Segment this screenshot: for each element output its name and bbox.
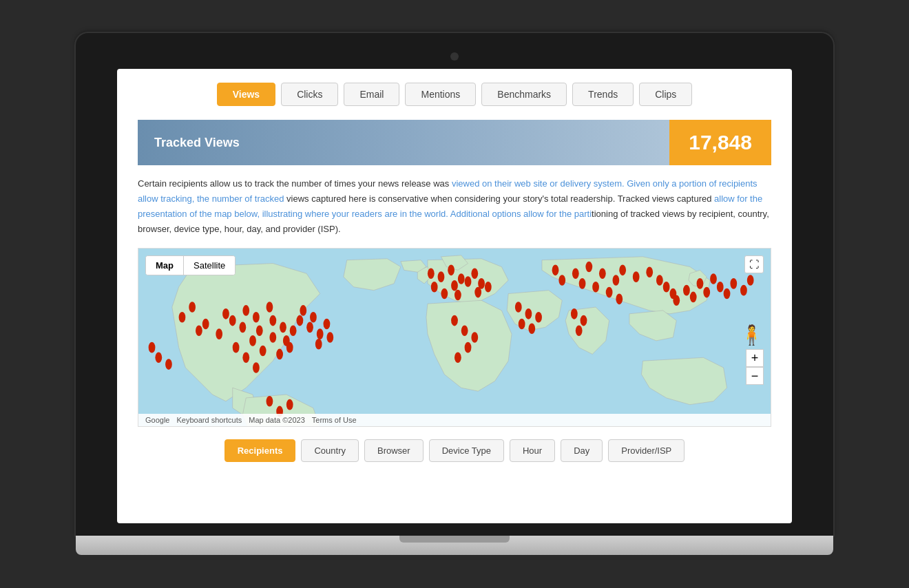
svg-point-91 bbox=[149, 342, 156, 353]
map-toggle-map[interactable]: Map bbox=[146, 256, 183, 275]
svg-point-29 bbox=[317, 329, 324, 340]
svg-point-79 bbox=[747, 275, 754, 286]
svg-point-85 bbox=[616, 294, 623, 305]
filter-hour[interactable]: Hour bbox=[510, 439, 555, 462]
tracked-count: 17,848 bbox=[689, 131, 752, 154]
tracked-count-box: 17,848 bbox=[669, 120, 771, 165]
svg-point-60 bbox=[585, 262, 592, 273]
zoom-out-button[interactable]: − bbox=[746, 367, 764, 385]
tab-benchmarks[interactable]: Benchmarks bbox=[481, 83, 567, 106]
svg-point-71 bbox=[690, 292, 697, 303]
svg-point-67 bbox=[663, 282, 670, 293]
svg-point-8 bbox=[269, 315, 276, 326]
svg-point-75 bbox=[717, 282, 724, 293]
svg-point-66 bbox=[656, 275, 663, 286]
tab-bar: Views Clicks Email Mentions Benchmarks T… bbox=[138, 83, 771, 106]
svg-point-62 bbox=[613, 275, 620, 286]
tab-mentions[interactable]: Mentions bbox=[405, 83, 476, 106]
screen-content: Views Clicks Email Mentions Benchmarks T… bbox=[117, 69, 792, 481]
svg-point-12 bbox=[280, 322, 286, 333]
svg-point-3 bbox=[242, 305, 249, 316]
svg-point-53 bbox=[454, 353, 461, 364]
svg-point-24 bbox=[179, 312, 186, 323]
svg-point-63 bbox=[619, 265, 626, 276]
svg-point-16 bbox=[222, 308, 229, 319]
filter-day[interactable]: Day bbox=[561, 439, 603, 462]
tab-email[interactable]: Email bbox=[344, 83, 399, 106]
svg-point-90 bbox=[165, 359, 172, 370]
svg-point-39 bbox=[451, 280, 458, 291]
keyboard-shortcuts[interactable]: Keyboard shortcuts bbox=[176, 416, 242, 424]
svg-point-55 bbox=[525, 308, 532, 319]
screen-bezel: Views Clicks Email Mentions Benchmarks T… bbox=[76, 33, 833, 536]
svg-point-49 bbox=[451, 315, 458, 326]
svg-point-38 bbox=[458, 274, 465, 285]
svg-point-70 bbox=[683, 285, 690, 296]
street-view-icon[interactable]: 🧍 bbox=[740, 324, 764, 346]
svg-point-20 bbox=[253, 363, 260, 374]
svg-point-56 bbox=[535, 312, 542, 323]
svg-point-81 bbox=[552, 265, 559, 276]
laptop-base bbox=[76, 536, 833, 555]
filter-device-type[interactable]: Device Type bbox=[429, 439, 504, 462]
svg-point-36 bbox=[438, 272, 445, 283]
desc-highlight-1: viewed on their web site or delivery sys… bbox=[138, 178, 758, 204]
svg-point-10 bbox=[260, 346, 267, 357]
svg-point-65 bbox=[646, 267, 653, 278]
svg-point-2 bbox=[229, 315, 236, 326]
svg-point-47 bbox=[428, 269, 435, 280]
svg-point-74 bbox=[710, 274, 717, 285]
tab-clips[interactable]: Clips bbox=[639, 83, 692, 106]
tab-clicks[interactable]: Clicks bbox=[281, 83, 338, 106]
zoom-in-button[interactable]: + bbox=[746, 349, 764, 367]
terms-of-use[interactable]: Terms of Use bbox=[312, 416, 357, 424]
svg-point-80 bbox=[579, 278, 586, 289]
tab-views[interactable]: Views bbox=[217, 83, 275, 106]
svg-point-73 bbox=[703, 287, 710, 298]
map-toggle-satellite[interactable]: Satellite bbox=[183, 256, 235, 275]
svg-point-30 bbox=[324, 319, 331, 330]
svg-point-51 bbox=[471, 333, 478, 344]
svg-point-69 bbox=[673, 295, 680, 306]
filter-country[interactable]: Country bbox=[301, 439, 359, 462]
map-toggle: Map Satellite bbox=[145, 255, 236, 275]
svg-point-33 bbox=[267, 396, 273, 407]
svg-point-7 bbox=[267, 302, 273, 313]
laptop-frame: Views Clicks Email Mentions Benchmarks T… bbox=[76, 33, 833, 555]
svg-point-78 bbox=[740, 285, 747, 296]
svg-point-28 bbox=[306, 322, 313, 333]
fullscreen-icon[interactable]: ⛶ bbox=[744, 255, 764, 273]
tab-trends[interactable]: Trends bbox=[572, 83, 634, 106]
filter-recipients[interactable]: Recipients bbox=[224, 439, 296, 462]
svg-point-22 bbox=[286, 342, 293, 353]
svg-point-19 bbox=[242, 353, 249, 364]
svg-point-37 bbox=[448, 265, 454, 276]
filter-bar: Recipients Country Browser Device Type H… bbox=[138, 439, 771, 462]
svg-point-6 bbox=[256, 326, 263, 337]
svg-point-77 bbox=[730, 278, 737, 289]
svg-point-48 bbox=[454, 290, 461, 301]
svg-point-31 bbox=[315, 339, 322, 350]
map-zoom-controls: + − bbox=[746, 349, 764, 385]
svg-point-27 bbox=[310, 312, 317, 323]
svg-point-43 bbox=[474, 287, 481, 298]
map-data: Map data ©2023 bbox=[249, 416, 305, 424]
svg-point-40 bbox=[465, 277, 472, 288]
svg-point-84 bbox=[606, 287, 613, 298]
filter-browser[interactable]: Browser bbox=[364, 439, 424, 462]
svg-point-44 bbox=[485, 282, 492, 293]
svg-point-17 bbox=[202, 319, 209, 330]
google-logo: Google bbox=[145, 416, 169, 424]
svg-point-5 bbox=[253, 312, 260, 323]
map-svg bbox=[138, 249, 771, 426]
svg-point-89 bbox=[155, 353, 162, 364]
svg-point-64 bbox=[633, 272, 640, 283]
map-footer: Google Keyboard shortcuts Map data ©2023… bbox=[138, 414, 771, 426]
camera bbox=[450, 52, 459, 61]
svg-point-82 bbox=[558, 275, 565, 286]
tracked-title: Tracked Views bbox=[154, 136, 240, 150]
svg-point-11 bbox=[269, 333, 276, 344]
svg-point-58 bbox=[528, 324, 535, 335]
filter-provider-isp[interactable]: Provider/ISP bbox=[608, 439, 685, 462]
svg-point-32 bbox=[326, 333, 333, 344]
